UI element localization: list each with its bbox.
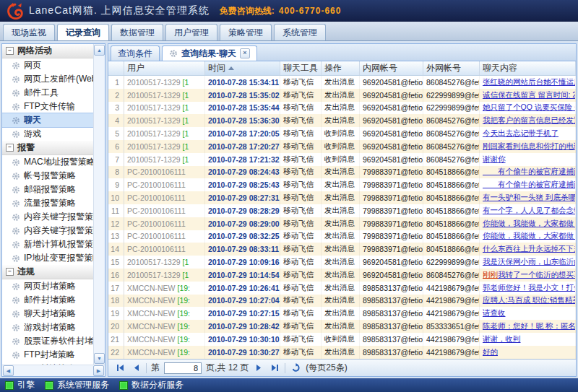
chat-content-link[interactable]: 我转了一个临沂的想买车险的客户给张红 (498, 270, 576, 280)
chat-content-link[interactable]: 有一个字，人人见了都会念错。这是什么字？! (483, 206, 576, 216)
chat-content-link[interactable]: 有个偷牛的被官府逮捕而上了枷锁。熟人! (483, 180, 576, 190)
chat-content-link[interactable]: 张红晓的网站后台她不懂运用 这个您有空记得 (483, 77, 576, 87)
sidebar-item[interactable]: 帐号报警策略 (2, 169, 93, 183)
chat-content-cell[interactable]: 你能做，我能做，大家都做；一个人能做，两 (480, 230, 576, 243)
sidebar-item[interactable]: FTP文件传输 (2, 100, 93, 113)
sidebar-item[interactable]: 流量报警策略 (2, 196, 93, 210)
table-row[interactable]: 16 20100517-1329[1 2010-07-29 10:14:54 移… (108, 269, 576, 282)
sidebar-item[interactable]: 聊天 (2, 113, 93, 127)
table-row[interactable]: 2 20100517-1329[1 2010-07-28 15:35:02 移动… (108, 89, 576, 102)
column-header-time[interactable]: 时间 (205, 61, 280, 75)
chat-content-link[interactable]: 有个偷牛的被官府逮捕而上了枷锁。熟人! (483, 167, 576, 177)
chat-content-cell[interactable]: 有个偷牛的被官府逮捕而上了枷锁。熟人! (480, 166, 576, 179)
collapse-icon[interactable]: − (6, 268, 14, 276)
chat-content-cell[interactable]: 诚信保在线留言 留言时间: 2010-7-28 10:50:0 (480, 89, 576, 102)
table-row[interactable]: 3 20100517-1329[1 2010-07-28 15:35:44 移动… (108, 102, 576, 115)
collapse-icon[interactable]: − (6, 47, 14, 55)
table-row[interactable]: 17 XMCCN-NEW[19: 2010-07-29 10:26:41 移动飞… (108, 282, 576, 295)
chat-content-link[interactable]: 她只留了个QQ 说要买保险 但是具体的您回去! (483, 103, 576, 113)
sidebar-item[interactable]: 游戏封堵策略 (2, 321, 93, 334)
chat-content-cell[interactable]: 陈老师：您好！昵 称：匿名用户 类别：未知 (480, 320, 576, 333)
table-row[interactable]: 4 20100517-1329[1 2010-07-28 15:36:30 移动… (108, 114, 576, 127)
chat-content-link[interactable]: 刚回家看到信息和你打的电话 (483, 141, 576, 152)
chat-content-link[interactable]: 谢谢，收到 (483, 334, 521, 344)
scroll-right-icon[interactable]: ▶ (93, 365, 104, 376)
table-row[interactable]: 1 20100517-1329[1 2010-07-28 15:34:11 移动… (108, 76, 576, 89)
sidebar-section-header-alarm[interactable]: − 报警 (2, 141, 93, 155)
table-row[interactable]: 9 PC-20100106111 2010-07-29 08:25:43 移动飞… (108, 178, 576, 191)
table-row[interactable]: 13 PC-20100106111 2010-07-29 08:32:25 移动… (108, 230, 576, 243)
chat-content-link[interactable]: 请查收 (483, 308, 506, 318)
scroll-left-icon[interactable]: ◀ (3, 365, 14, 376)
nav-tab[interactable]: 用户管理 (165, 24, 217, 40)
nav-tab[interactable]: 策略管理 (220, 24, 272, 40)
chat-content-link[interactable]: 郭老师您好！我是小文！打你电话没有接，有 (483, 283, 576, 293)
column-header-user[interactable]: 用户 (124, 61, 205, 75)
chat-content-cell[interactable]: 有一头驴和一头猪 到底杀哪一头？ 答案：杀猪 (480, 191, 576, 204)
sidebar-item[interactable]: FTP封堵策略 (2, 348, 93, 362)
chat-content-cell[interactable]: 有一个字，人人见了都会念错。这是什么字？! (480, 204, 576, 217)
chat-content-cell[interactable]: 张红晓的网站后台她不懂运用 这个您有空记得 (480, 76, 576, 89)
sidebar-item[interactable]: 邮箱报警策略 (2, 183, 93, 196)
chat-content-link[interactable]: 我是沃保网小雨，山东临沂的 某先生1386497 (483, 257, 576, 267)
chat-content-link[interactable]: 今天出去忘记带手机了 (483, 129, 558, 139)
next-page-button[interactable] (253, 362, 264, 374)
table-row[interactable]: 15 20100517-1329[1 2010-07-29 10:09:16 移… (108, 256, 576, 269)
sidebar-item[interactable]: 网页 (2, 58, 93, 72)
chat-content-link[interactable]: 什么东西往上升永远掉不下来？ 年龄 (483, 244, 576, 254)
collapse-icon[interactable]: − (6, 144, 14, 152)
tab-query-result-chat[interactable]: 查询结果-聊天 × (162, 45, 257, 61)
sidebar-item[interactable]: IP地址变更报警策略 (2, 251, 93, 265)
table-row[interactable]: 10 PC-20100106111 2010-07-29 08:27:31 移动… (108, 191, 576, 204)
chat-content-cell[interactable]: 我是沃保网小雨，山东临沂的 某先生1386497 (480, 256, 576, 269)
last-page-button[interactable] (269, 362, 280, 374)
nav-tab[interactable]: 数据管理 (111, 24, 163, 40)
table-row[interactable]: 5 20100517-1329[1 2010-07-28 17:20:05 移动… (108, 127, 576, 140)
chat-content-cell[interactable]: 郭老师您好！我是小文！打你电话没有接，有 (480, 282, 576, 295)
sidebar-section-header-network[interactable]: − 网络活动 (2, 44, 93, 58)
sidebar-item[interactable]: 游戏 (2, 127, 93, 141)
chat-content-cell[interactable]: 你能做，我能做，大家都做；一个人能做，两 (480, 217, 576, 230)
table-row[interactable]: 19 XMCCN-NEW[19: 2010-07-29 10:27:15 移动飞… (108, 307, 576, 320)
tab-query-conditions[interactable]: 查询条件 (111, 45, 160, 61)
chat-content-link[interactable]: 好的 (483, 347, 498, 357)
chat-content-cell[interactable]: 什么东西往上升永远掉不下来？ 年龄 (480, 243, 576, 256)
sidebar-item[interactable]: 聊天封堵策略 (2, 307, 93, 321)
table-row[interactable]: 18 XMCCN-NEW[19: 2010-07-29 10:27:04 移动飞… (108, 295, 576, 308)
refresh-button[interactable] (290, 362, 301, 374)
sidebar-item[interactable]: 内容关键字报警策略.邮 (2, 224, 93, 238)
table-row[interactable]: 12 PC-20100106111 2010-07-29 08:29:00 移动… (108, 217, 576, 230)
chat-content-link[interactable]: 你能做，我能做，大家都做；一个人能做，两 (483, 219, 576, 229)
table-row[interactable]: 11 PC-20100106111 2010-07-29 08:28:29 移动… (108, 204, 576, 217)
sidebar-item[interactable]: MAC地址报警策略 (2, 155, 93, 169)
chat-content-link[interactable]: 谢谢你 (483, 154, 506, 165)
table-row[interactable]: 22 XMCCN-NEW[19: 2010-07-29 10:30:27 移动飞… (108, 346, 576, 359)
sidebar-horizontal-scrollbar[interactable]: ◀ ▶ (2, 365, 105, 376)
chat-content-cell[interactable]: 谢谢，收到 (480, 333, 576, 346)
sidebar-item[interactable]: 网页上发邮件(Web Mai (2, 72, 93, 86)
table-row[interactable]: 6 20100517-1329[1 2010-07-28 17:20:27 移动… (108, 140, 576, 153)
chat-content-cell[interactable]: 我把客户的留言信息已经发过去给她了 (480, 114, 576, 127)
column-header-chat-tool[interactable]: 聊天工具 (280, 61, 322, 75)
chat-content-link[interactable]: 陈老师：您好！昵 称：匿名用户 类别：未知 (483, 321, 576, 331)
column-header-internal-account[interactable]: 内网帐号 (360, 61, 423, 75)
table-row[interactable]: 7 20100517-1329[1 2010-07-28 17:21:32 移动… (108, 153, 576, 166)
sidebar-item[interactable]: 邮件工具 (2, 86, 93, 100)
table-row[interactable]: 20 XMCCN-NEW[19: 2010-07-29 10:28:42 移动飞… (108, 320, 576, 333)
chat-content-cell[interactable]: 今天出去忘记带手机了 (480, 127, 576, 140)
column-header-chat-content[interactable]: 聊天内容 (480, 61, 576, 75)
chat-content-cell[interactable]: 应聘人:马百成 职位:销售精英 年龄:24 性别(0男 (480, 295, 576, 308)
first-page-button[interactable] (114, 362, 126, 374)
chat-content-cell[interactable]: 刚回家看到信息和你打的电话 (480, 140, 576, 153)
chat-content-link[interactable]: 你能做，我能做，大家都做；一个人能做，两 (483, 231, 576, 241)
sidebar-item[interactable]: 新增计算机报警策略 (2, 238, 93, 251)
nav-tab[interactable]: 记录查询 (57, 24, 109, 40)
table-row[interactable]: 14 PC-20100106111 2010-07-29 08:33:11 移动… (108, 243, 576, 256)
chat-content-cell[interactable]: 有个偷牛的被官府逮捕而上了枷锁。熟人! (480, 178, 576, 191)
chat-content-link[interactable]: 诚信保在线留言 留言时间: 2010-7-28 10:50:0 (483, 90, 576, 100)
prev-page-button[interactable] (130, 362, 142, 374)
sidebar-item[interactable]: 股票证券软件封堵策略 (2, 334, 93, 348)
close-icon[interactable]: × (240, 48, 250, 58)
chat-content-cell[interactable]: 她只留了个QQ 说要买保险 但是具体的您回去! (480, 102, 576, 115)
chat-content-link[interactable]: 我把客户的留言信息已经发过去给她了 (483, 116, 576, 126)
